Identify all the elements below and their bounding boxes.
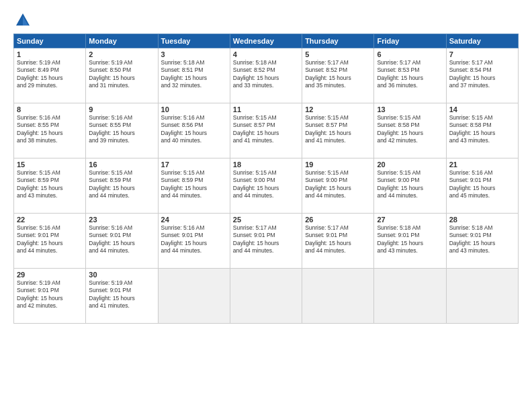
header	[13, 11, 519, 30]
calendar-cell: 18Sunrise: 5:15 AM Sunset: 9:00 PM Dayli…	[230, 158, 302, 214]
calendar-cell: 30Sunrise: 5:19 AM Sunset: 9:01 PM Dayli…	[86, 269, 158, 324]
calendar-week-row: 8Sunrise: 5:16 AM Sunset: 8:55 PM Daylig…	[14, 103, 519, 158]
calendar-cell: 20Sunrise: 5:15 AM Sunset: 9:00 PM Dayli…	[374, 158, 446, 214]
day-detail: Sunrise: 5:18 AM Sunset: 8:51 PM Dayligh…	[161, 59, 227, 90]
day-number: 19	[305, 161, 371, 169]
calendar-cell: 1Sunrise: 5:19 AM Sunset: 8:49 PM Daylig…	[14, 48, 86, 103]
day-detail: Sunrise: 5:15 AM Sunset: 8:57 PM Dayligh…	[233, 114, 299, 145]
day-number: 7	[449, 50, 515, 58]
calendar-cell: 14Sunrise: 5:15 AM Sunset: 8:58 PM Dayli…	[446, 103, 518, 158]
day-number: 20	[377, 161, 443, 169]
calendar-week-row: 22Sunrise: 5:16 AM Sunset: 9:01 PM Dayli…	[14, 214, 519, 269]
day-detail: Sunrise: 5:19 AM Sunset: 9:01 PM Dayligh…	[89, 279, 154, 310]
day-detail: Sunrise: 5:16 AM Sunset: 9:01 PM Dayligh…	[89, 224, 154, 255]
day-number: 28	[449, 216, 515, 224]
calendar-day-header: Monday	[86, 34, 158, 48]
calendar-cell: 2Sunrise: 5:19 AM Sunset: 8:50 PM Daylig…	[86, 48, 158, 103]
calendar-cell: 6Sunrise: 5:17 AM Sunset: 8:53 PM Daylig…	[374, 48, 446, 103]
day-detail: Sunrise: 5:15 AM Sunset: 8:59 PM Dayligh…	[89, 169, 154, 200]
day-detail: Sunrise: 5:17 AM Sunset: 9:01 PM Dayligh…	[305, 224, 371, 255]
day-number: 11	[233, 105, 299, 113]
calendar-cell: 25Sunrise: 5:17 AM Sunset: 9:01 PM Dayli…	[230, 214, 302, 269]
calendar-cell: 12Sunrise: 5:15 AM Sunset: 8:57 PM Dayli…	[302, 103, 374, 158]
day-detail: Sunrise: 5:19 AM Sunset: 8:50 PM Dayligh…	[89, 59, 154, 90]
day-detail: Sunrise: 5:17 AM Sunset: 9:01 PM Dayligh…	[233, 224, 299, 255]
day-number: 6	[377, 50, 443, 58]
calendar-cell	[446, 269, 518, 324]
day-detail: Sunrise: 5:18 AM Sunset: 9:01 PM Dayligh…	[377, 224, 443, 255]
day-number: 29	[17, 271, 83, 279]
day-detail: Sunrise: 5:15 AM Sunset: 8:57 PM Dayligh…	[305, 114, 371, 145]
day-number: 5	[305, 50, 371, 58]
day-number: 3	[161, 50, 227, 58]
day-detail: Sunrise: 5:16 AM Sunset: 9:01 PM Dayligh…	[161, 224, 227, 255]
day-number: 8	[17, 105, 83, 113]
calendar-cell: 26Sunrise: 5:17 AM Sunset: 9:01 PM Dayli…	[302, 214, 374, 269]
day-number: 17	[161, 161, 227, 169]
day-number: 30	[89, 271, 154, 279]
calendar-cell: 28Sunrise: 5:18 AM Sunset: 9:01 PM Dayli…	[446, 214, 518, 269]
day-number: 18	[233, 161, 299, 169]
calendar-day-header: Saturday	[446, 34, 518, 48]
calendar-cell: 3Sunrise: 5:18 AM Sunset: 8:51 PM Daylig…	[158, 48, 230, 103]
calendar-cell	[302, 269, 374, 324]
day-detail: Sunrise: 5:15 AM Sunset: 8:59 PM Dayligh…	[17, 169, 83, 200]
logo-icon	[13, 11, 32, 30]
day-detail: Sunrise: 5:15 AM Sunset: 9:00 PM Dayligh…	[233, 169, 299, 200]
day-detail: Sunrise: 5:17 AM Sunset: 8:52 PM Dayligh…	[305, 59, 371, 90]
day-detail: Sunrise: 5:19 AM Sunset: 8:49 PM Dayligh…	[17, 59, 83, 90]
calendar-table: SundayMondayTuesdayWednesdayThursdayFrid…	[13, 34, 519, 324]
calendar-header-row: SundayMondayTuesdayWednesdayThursdayFrid…	[14, 34, 519, 48]
calendar-cell: 9Sunrise: 5:16 AM Sunset: 8:55 PM Daylig…	[86, 103, 158, 158]
calendar-cell: 7Sunrise: 5:17 AM Sunset: 8:54 PM Daylig…	[446, 48, 518, 103]
calendar-cell: 8Sunrise: 5:16 AM Sunset: 8:55 PM Daylig…	[14, 103, 86, 158]
calendar-cell	[374, 269, 446, 324]
day-detail: Sunrise: 5:16 AM Sunset: 8:55 PM Dayligh…	[89, 114, 154, 145]
day-detail: Sunrise: 5:18 AM Sunset: 8:52 PM Dayligh…	[233, 59, 299, 90]
calendar-cell: 16Sunrise: 5:15 AM Sunset: 8:59 PM Dayli…	[86, 158, 158, 214]
day-number: 10	[161, 105, 227, 113]
day-number: 27	[377, 216, 443, 224]
day-number: 16	[89, 161, 154, 169]
calendar-cell: 19Sunrise: 5:15 AM Sunset: 9:00 PM Dayli…	[302, 158, 374, 214]
day-detail: Sunrise: 5:16 AM Sunset: 8:55 PM Dayligh…	[17, 114, 83, 145]
calendar-cell: 5Sunrise: 5:17 AM Sunset: 8:52 PM Daylig…	[302, 48, 374, 103]
day-number: 2	[89, 50, 154, 58]
calendar-cell: 24Sunrise: 5:16 AM Sunset: 9:01 PM Dayli…	[158, 214, 230, 269]
day-detail: Sunrise: 5:16 AM Sunset: 9:01 PM Dayligh…	[17, 224, 83, 255]
calendar-cell	[158, 269, 230, 324]
day-detail: Sunrise: 5:15 AM Sunset: 8:59 PM Dayligh…	[161, 169, 227, 200]
calendar-cell	[230, 269, 302, 324]
day-number: 15	[17, 161, 83, 169]
calendar-cell: 23Sunrise: 5:16 AM Sunset: 9:01 PM Dayli…	[86, 214, 158, 269]
calendar-day-header: Friday	[374, 34, 446, 48]
day-detail: Sunrise: 5:17 AM Sunset: 8:53 PM Dayligh…	[377, 59, 443, 90]
calendar-cell: 29Sunrise: 5:19 AM Sunset: 9:01 PM Dayli…	[14, 269, 86, 324]
calendar-cell: 17Sunrise: 5:15 AM Sunset: 8:59 PM Dayli…	[158, 158, 230, 214]
day-detail: Sunrise: 5:15 AM Sunset: 9:00 PM Dayligh…	[377, 169, 443, 200]
page: SundayMondayTuesdayWednesdayThursdayFrid…	[0, 0, 532, 411]
calendar-cell: 11Sunrise: 5:15 AM Sunset: 8:57 PM Dayli…	[230, 103, 302, 158]
calendar-day-header: Thursday	[302, 34, 374, 48]
calendar-week-row: 29Sunrise: 5:19 AM Sunset: 9:01 PM Dayli…	[14, 269, 519, 324]
day-number: 12	[305, 105, 371, 113]
day-number: 4	[233, 50, 299, 58]
day-detail: Sunrise: 5:18 AM Sunset: 9:01 PM Dayligh…	[449, 224, 515, 255]
calendar-cell: 4Sunrise: 5:18 AM Sunset: 8:52 PM Daylig…	[230, 48, 302, 103]
calendar-cell: 27Sunrise: 5:18 AM Sunset: 9:01 PM Dayli…	[374, 214, 446, 269]
calendar-day-header: Sunday	[14, 34, 86, 48]
day-detail: Sunrise: 5:15 AM Sunset: 8:58 PM Dayligh…	[449, 114, 515, 145]
day-number: 1	[17, 50, 83, 58]
calendar-cell: 10Sunrise: 5:16 AM Sunset: 8:56 PM Dayli…	[158, 103, 230, 158]
calendar-cell: 13Sunrise: 5:15 AM Sunset: 8:58 PM Dayli…	[374, 103, 446, 158]
calendar-day-header: Wednesday	[230, 34, 302, 48]
day-detail: Sunrise: 5:19 AM Sunset: 9:01 PM Dayligh…	[17, 279, 83, 310]
day-detail: Sunrise: 5:15 AM Sunset: 8:58 PM Dayligh…	[377, 114, 443, 145]
calendar-week-row: 15Sunrise: 5:15 AM Sunset: 8:59 PM Dayli…	[14, 158, 519, 214]
day-number: 23	[89, 216, 154, 224]
day-detail: Sunrise: 5:15 AM Sunset: 9:00 PM Dayligh…	[305, 169, 371, 200]
day-detail: Sunrise: 5:16 AM Sunset: 8:56 PM Dayligh…	[161, 114, 227, 145]
day-number: 24	[161, 216, 227, 224]
calendar-week-row: 1Sunrise: 5:19 AM Sunset: 8:49 PM Daylig…	[14, 48, 519, 103]
calendar-day-header: Tuesday	[158, 34, 230, 48]
